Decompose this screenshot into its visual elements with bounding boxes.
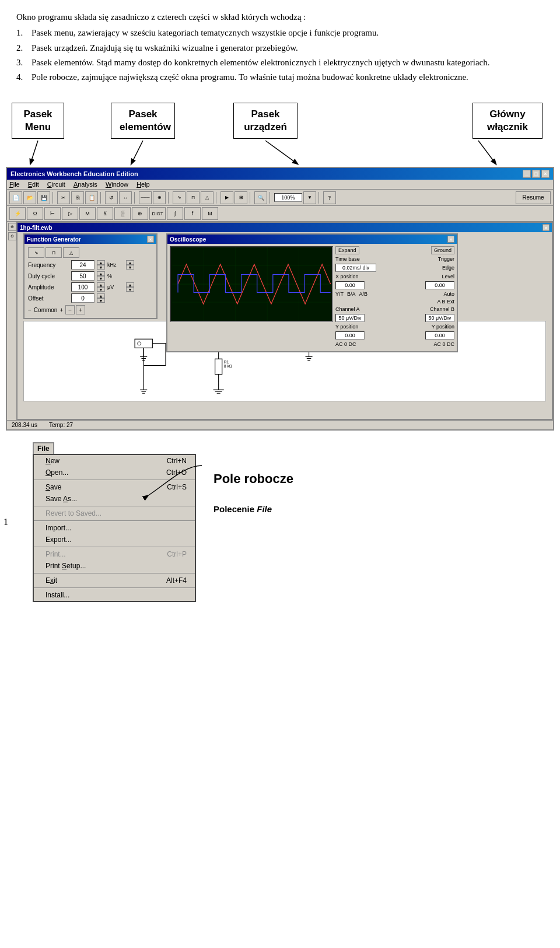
channel-b-input[interactable] [425,314,454,322]
junction-button[interactable]: ⊕ [153,191,166,204]
maximize-button[interactable]: □ [532,170,540,178]
sine-button[interactable]: ∿ [173,191,186,204]
channel-a-input[interactable] [335,314,365,322]
menu-item-export[interactable]: Export... [34,534,195,545]
amp-unit-up[interactable]: ▲ [126,282,134,287]
amplitude-input[interactable] [71,282,94,292]
new-button[interactable]: 📄 [9,191,22,204]
ch-b-ypos-input[interactable] [425,331,454,340]
osc-close[interactable]: × [447,236,454,243]
triangle-button[interactable]: △ [201,191,214,204]
comp-btn-6[interactable]: ⊻ [97,207,113,220]
comp-btn-11[interactable]: f [184,207,201,220]
intro-text: Okno programu składa się zasadniczo z cz… [16,11,544,24]
comp-btn-2[interactable]: Ω [27,207,43,220]
analysis-button[interactable]: ▶ [220,191,233,204]
right-labels: Pole robocze Polecenie File [214,442,293,514]
amp-down[interactable]: ▼ [97,287,105,292]
yt-label: Y/T [335,291,344,297]
open-button[interactable]: 📂 [23,191,36,204]
duty-cycle-input[interactable] [71,271,94,281]
comp-btn-5[interactable]: M [79,207,96,220]
menu-item-import[interactable]: Import... [34,522,195,534]
menu-item-print-setup[interactable]: Print Setup... [34,560,195,572]
wave-sine[interactable]: ∿ [28,247,44,258]
comp-btn-7[interactable]: ░ [114,207,131,220]
menu-help[interactable]: Help [136,181,150,188]
menu-circuit[interactable]: Circuit [47,181,65,188]
amp-up[interactable]: ▲ [97,282,105,287]
num-2: 2. [16,41,28,55]
func-gen-close[interactable]: × [147,236,154,243]
ewb-titlebar-buttons: _ □ × [523,170,550,178]
subwin-close[interactable]: × [542,224,550,231]
offset-up[interactable]: ▲ [97,293,105,298]
wave-triangle[interactable]: △ [63,247,79,258]
osc-expand-button[interactable]: Expand [335,246,359,254]
osc-ground-button[interactable]: Ground [431,246,454,254]
menu-item-exit[interactable]: Exit Alt+F4 [34,575,195,586]
paste-button[interactable]: 📋 [85,191,98,204]
minus-button[interactable]: − [65,305,75,314]
comp-btn-3[interactable]: ⊢ [44,207,61,220]
amp-unit-down[interactable]: ▼ [126,287,134,292]
comp-btn-4[interactable]: ▷ [62,207,78,220]
item-2-text: Pasek urządzeń. Znajdują się tu wskaźnik… [32,41,298,55]
save-button[interactable]: 💾 [37,191,50,204]
file-menu-title-bar[interactable]: File [33,442,54,454]
resume-button[interactable]: Resume [516,191,551,204]
ch-a-ypos-input[interactable] [335,331,365,340]
duty-up[interactable]: ▲ [97,271,105,276]
help-button[interactable]: ? [323,191,336,204]
osc-controls: Expand Ground Time base Trigger [335,246,454,349]
menu-analysis[interactable]: Analysis [74,181,97,188]
pole-robocze-container: Pole robocze [214,448,293,487]
menu-window[interactable]: Window [106,181,128,188]
item-1: 1. Pasek menu, zawierający w sześciu kat… [16,26,544,40]
channel-b-label: Channel B [430,306,454,312]
comp-btn-8[interactable]: ⊕ [132,207,148,220]
square-button[interactable]: ⊓ [187,191,200,204]
plus-button[interactable]: + [76,305,85,314]
meter-button[interactable]: ⊞ [235,191,247,204]
rotate-button[interactable]: ↺ [105,191,118,204]
freq-unit-up[interactable]: ▲ [126,260,134,265]
menu-item-install[interactable]: Install... [34,589,195,601]
xpos-input-row [335,281,454,289]
menu-number-label: 1 [4,517,8,527]
comp-btn-1[interactable]: ⚡ [9,207,26,220]
level-input[interactable] [425,281,454,289]
ba-label: B/A [347,291,356,297]
svg-rect-35 [215,359,222,374]
freq-down[interactable]: ▼ [97,265,105,270]
duty-cycle-label: Duty cycle [28,273,69,279]
comp-btn-10[interactable]: ∫ [167,207,183,220]
copy-button[interactable]: ⎘ [71,191,84,204]
menu-file[interactable]: File [9,181,20,188]
menu-edit[interactable]: Edit [28,181,39,188]
freq-unit-down[interactable]: ▼ [126,265,134,270]
amplitude-spinner: ▲ ▼ [97,282,105,292]
frequency-input[interactable] [71,260,94,270]
duty-unit: % [107,273,124,279]
polecenie-text: Polecenie File [214,504,272,514]
duty-down[interactable]: ▼ [97,276,105,281]
minimize-button[interactable]: _ [523,170,531,178]
freq-up[interactable]: ▲ [97,260,105,265]
wave-square[interactable]: ⊓ [46,247,62,258]
close-button[interactable]: × [541,170,550,178]
zoom-dropdown[interactable]: ▼ [303,191,316,204]
left-btn-2[interactable]: ⊖ [8,232,16,240]
offset-input[interactable] [71,293,94,303]
cut-button[interactable]: ✂ [57,191,70,204]
time-base-input[interactable] [335,264,376,272]
left-btn-1[interactable]: ⊕ [8,223,16,231]
subwin-titlebar: 1hp-filt.ewb × [18,223,552,232]
comp-btn-9[interactable]: DIGT [149,207,166,220]
zoom-in-button[interactable]: 🔍 [254,191,267,204]
comp-btn-12[interactable]: M [202,207,218,220]
xpos-input[interactable] [335,281,365,289]
wire-button[interactable]: ─── [139,191,152,204]
fliph-button[interactable]: ↔ [119,191,132,204]
offset-down[interactable]: ▼ [97,298,105,303]
